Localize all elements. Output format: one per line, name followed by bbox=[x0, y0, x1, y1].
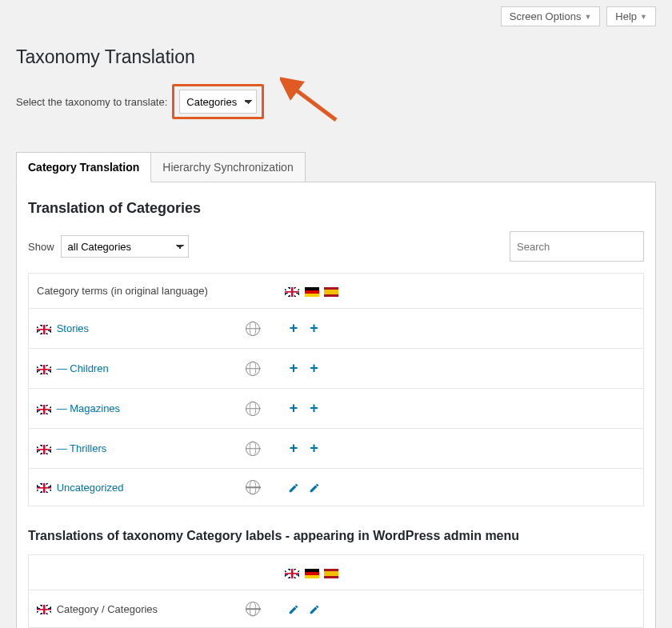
flag-uk-icon bbox=[37, 365, 51, 374]
header-flags-col bbox=[277, 274, 644, 309]
search-input[interactable] bbox=[510, 231, 644, 262]
globe-icon bbox=[246, 322, 260, 336]
header-orig-col bbox=[229, 274, 277, 309]
labels-row-label: Category / Categories bbox=[57, 603, 158, 615]
taxonomy-select[interactable]: Categories bbox=[179, 90, 257, 114]
globe-icon bbox=[246, 480, 260, 494]
tab-0[interactable]: Category Translation bbox=[16, 152, 151, 182]
taxonomy-selector-label: Select the taxonomy to translate: bbox=[16, 96, 167, 108]
term-link[interactable]: — Magazines bbox=[57, 402, 120, 414]
add-translation-button[interactable]: + bbox=[306, 360, 323, 377]
table-row: Uncategorized bbox=[29, 469, 644, 506]
show-label: Show bbox=[28, 241, 54, 253]
chevron-down-icon: ▼ bbox=[584, 13, 591, 21]
globe-icon bbox=[246, 602, 260, 616]
table-row: — Magazines+ + bbox=[29, 389, 644, 429]
term-link[interactable]: — Thrillers bbox=[57, 442, 107, 454]
flag-es-icon bbox=[324, 287, 338, 297]
table-row: — Children+ + bbox=[29, 349, 644, 389]
flag-uk-icon bbox=[37, 325, 51, 334]
edit-translation-button[interactable] bbox=[285, 603, 302, 616]
add-translation-button[interactable]: + bbox=[306, 400, 323, 417]
flag-es-icon bbox=[324, 569, 338, 578]
screen-options-label: Screen Options bbox=[510, 10, 582, 22]
flag-uk-icon bbox=[37, 605, 51, 614]
add-translation-button[interactable]: + bbox=[285, 320, 302, 337]
flag-uk-icon bbox=[37, 405, 51, 414]
table-row: Category / Categories bbox=[29, 590, 644, 628]
table-row: Stories+ + bbox=[29, 309, 644, 349]
tab-panel: Translation of Categories Show all Categ… bbox=[16, 182, 656, 628]
table-row: — Thrillers+ + bbox=[29, 429, 644, 469]
labels-section-title: Translations of taxonomy Category labels… bbox=[28, 529, 644, 543]
help-label: Help bbox=[615, 10, 637, 22]
page-title: Taxonomy Translation bbox=[16, 46, 656, 68]
globe-icon bbox=[246, 362, 260, 376]
add-translation-button[interactable]: + bbox=[306, 440, 323, 457]
screen-options-button[interactable]: Screen Options ▼ bbox=[501, 6, 601, 26]
edit-translation-button[interactable] bbox=[285, 482, 302, 494]
flag-de-icon bbox=[305, 569, 319, 578]
chevron-down-icon: ▼ bbox=[640, 13, 647, 21]
flag-uk-icon bbox=[285, 569, 299, 578]
add-translation-button[interactable]: + bbox=[285, 440, 302, 457]
flag-uk-icon bbox=[285, 287, 299, 297]
add-translation-button[interactable]: + bbox=[285, 400, 302, 417]
highlight-box: Categories bbox=[172, 84, 264, 119]
flag-de-icon bbox=[305, 287, 319, 297]
globe-icon bbox=[246, 442, 260, 456]
globe-icon bbox=[246, 402, 260, 416]
term-link[interactable]: Uncategorized bbox=[57, 482, 124, 494]
tab-1[interactable]: Hierarchy Synchronization bbox=[151, 152, 305, 182]
terms-table: Category terms (in original language) St… bbox=[28, 273, 644, 506]
add-translation-button[interactable]: + bbox=[285, 360, 302, 377]
labels-header-flags bbox=[277, 555, 644, 590]
show-filter-select[interactable]: all Categories bbox=[61, 235, 189, 258]
term-link[interactable]: — Children bbox=[57, 362, 109, 374]
edit-translation-button[interactable] bbox=[306, 603, 323, 616]
labels-table: Category / Categories bbox=[28, 554, 644, 628]
add-translation-button[interactable]: + bbox=[306, 320, 323, 337]
edit-translation-button[interactable] bbox=[306, 482, 323, 494]
term-link[interactable]: Stories bbox=[57, 322, 89, 334]
flag-uk-icon bbox=[37, 483, 51, 493]
help-button[interactable]: Help ▼ bbox=[606, 6, 656, 26]
header-term-col: Category terms (in original language) bbox=[29, 274, 230, 309]
section-title: Translation of Categories bbox=[28, 200, 644, 217]
flag-uk-icon bbox=[37, 445, 51, 454]
tabs: Category TranslationHierarchy Synchroniz… bbox=[16, 152, 656, 182]
